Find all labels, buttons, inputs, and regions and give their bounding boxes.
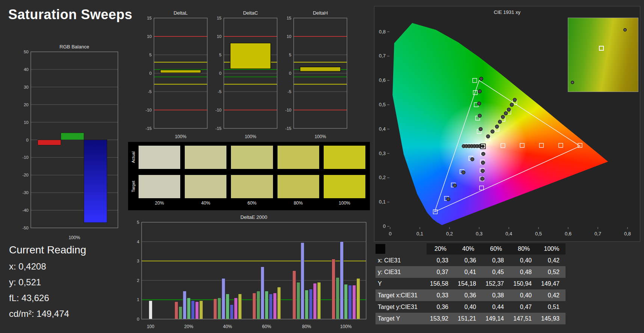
table-cell: 156,58 [427,278,454,289]
table-cell: 0,44 [482,301,510,313]
svg-text:4: 4 [137,240,140,244]
svg-text:50: 50 [24,50,29,54]
blue-measured-dot [471,158,474,161]
swatch-column-label: 40% [185,200,226,206]
table-row-label: Target x:CIE31 [376,289,427,301]
inset-target-square-marker [599,46,604,51]
table-cell: 0,38 [482,289,510,301]
table-row-label: Target y:CIE31 [376,301,427,313]
table-cell: 0,36 [454,255,482,266]
table-cell: 0,42 [538,255,566,266]
table-row-label: Target Y [376,313,427,324]
target-swatch-20% [139,175,180,198]
svg-text:0: 0 [219,71,222,75]
actual-row-label: Actual [130,146,136,169]
svg-text:0: 0 [383,223,386,229]
svg-text:80%: 80% [302,324,311,329]
delta-e-bar [273,293,277,319]
blue-measured-dot [446,197,450,201]
svg-text:-15: -15 [145,126,152,131]
actual-swatch-100% [324,146,365,169]
delta-h-chart: DeltaH151050-5-10-15100% [279,10,350,142]
svg-text:-30: -30 [22,190,29,195]
delta-e-bar [353,285,356,319]
svg-text:0,1: 0,1 [379,199,386,205]
delta-e-bar [297,282,300,319]
current-reading-heading: Current Reading [9,244,86,256]
current-reading-y: y: 0,521 [9,277,86,288]
actual-swatch-80% [278,146,319,169]
table-cell: 0,36 [454,289,482,301]
delta-e-bar [218,298,221,319]
svg-text:10: 10 [287,34,291,39]
swatch-column-label: 20% [139,200,180,206]
svg-text:30: 30 [24,85,29,89]
svg-text:0,5: 0,5 [379,102,386,107]
green-measured-dot [478,114,481,118]
yellow-measured-dot [504,112,508,115]
delta-e-bar [222,279,225,319]
swatch-column-labels: 20%40%60%80%100% [139,200,365,206]
delta-e-bar [149,301,152,319]
table-row: Target Y153,92151,21149,14147,51145,93 [376,313,566,324]
svg-text:100: 100 [147,324,154,329]
table-cell: 153,92 [427,313,454,324]
table-column-header: 80% [510,243,538,255]
svg-text:-15: -15 [285,126,291,131]
delta-e-bar [313,283,317,319]
table-column-header: 100% [538,243,566,255]
deltaC-bar [230,43,271,69]
svg-text:5: 5 [149,53,152,57]
svg-text:10: 10 [24,120,29,125]
swatch-column-label: 80% [278,200,319,206]
svg-text:DeltaH: DeltaH [313,10,328,16]
svg-text:15: 15 [217,16,222,20]
svg-text:0,6: 0,6 [379,77,386,83]
yellow-measured-dot [495,125,499,128]
current-reading-x: x: 0,4208 [9,261,86,272]
svg-text:-15: -15 [215,126,222,131]
table-corner-square [376,244,385,254]
delta-e-bar [336,277,339,319]
deltaH-bar [300,67,341,71]
svg-text:0: 0 [26,138,29,142]
delta-e-bar [293,271,296,319]
delta-e-bar [226,294,229,319]
table-row-label: y: CIE31 [376,266,427,278]
svg-text:0,7: 0,7 [379,53,386,59]
inset-measured-dot [623,28,627,32]
delta-e-bar [317,282,321,319]
yellow-measured-dot [491,130,494,133]
yellow-measured-dot [501,115,505,119]
table-header-row: 20%40%60%80%100% [376,243,566,255]
svg-text:100%: 100% [245,134,256,139]
svg-text:0,6: 0,6 [565,231,572,237]
delta-e-bar [269,294,273,319]
green-measured-dot [478,102,481,105]
magenta-measured-dot [481,161,485,164]
table-row: Target y:CIE310,360,400,440,470,51 [376,301,566,313]
table-cell: 0,42 [538,289,566,301]
table-row: Target x:CIE310,330,360,380,400,42 [376,289,566,301]
svg-text:0,8: 0,8 [379,29,386,35]
delta-e-bar [261,267,264,319]
delta-e-bar [265,291,268,319]
svg-text:RGB Balance: RGB Balance [60,44,89,50]
cyan-measured-dot [478,145,481,148]
svg-text:20%: 20% [184,324,193,329]
delta-e-2000-chart: DeltaE 200001234510020%40%60%80%100% [128,212,371,333]
red-target-square [559,143,563,148]
delta-e-bar [305,290,308,319]
blue-measured-dot [453,184,457,187]
svg-text:3: 3 [137,259,139,263]
svg-text:60%: 60% [262,324,271,329]
table-cell: 0,36 [427,301,454,313]
table-cell: 151,21 [454,313,482,324]
gamut-triangle [435,80,580,212]
table-cell: 0,37 [427,266,454,278]
inset-measured-dot [571,81,574,84]
saturation-sweeps-page: Saturation Sweeps RGB Balance50403020100… [0,0,644,333]
magenta-target-square [480,186,484,190]
actual-swatch-20% [139,146,180,169]
yellow-measured-dot [510,103,513,107]
